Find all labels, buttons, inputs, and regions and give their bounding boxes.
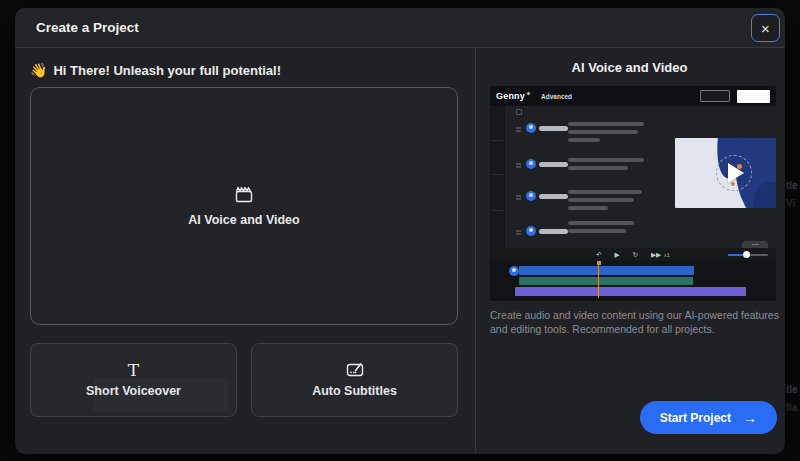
- card-label: Short Voiceover: [86, 384, 181, 398]
- close-icon: ×: [761, 20, 770, 37]
- modal-header: Create a Project ×: [15, 8, 785, 48]
- detail-heading: AI Voice and Video: [490, 60, 769, 75]
- create-project-modal: Create a Project × 👋 Hi There! Unleash y…: [15, 8, 785, 454]
- play-icon: ▶: [615, 248, 620, 261]
- logo-mark-icon: [526, 91, 530, 95]
- preview-script-area: [506, 106, 776, 248]
- loop-icon: ↻: [633, 248, 638, 261]
- video-preview-thumbnail: [675, 138, 776, 208]
- card-label: Auto Subtitles: [312, 384, 397, 398]
- speaker-avatar: [526, 226, 536, 236]
- preview-outline-button: [700, 90, 730, 102]
- project-type-panel: 👋 Hi There! Unleash your full potential!…: [15, 48, 475, 453]
- clapperboard-icon: [234, 186, 254, 203]
- preview-nav-label: Advanced: [541, 93, 572, 100]
- background-text-fragment: tle: [786, 384, 800, 395]
- greeting-text: 👋 Hi There! Unleash your full potential!: [30, 62, 458, 78]
- waving-hand-icon: 👋: [30, 62, 47, 78]
- project-detail-panel: AI Voice and Video Genny Advanced: [475, 48, 785, 453]
- fast-forward-icon: ▶▶: [651, 248, 661, 261]
- timeline-track-video: [515, 287, 746, 296]
- arrow-right-icon: →: [743, 410, 757, 426]
- modal-title: Create a Project: [36, 20, 139, 35]
- preview-sidebar: [490, 106, 506, 248]
- ai-voice-and-video-card[interactable]: AI Voice and Video: [30, 87, 458, 325]
- auto-subtitles-card[interactable]: Auto Subtitles: [251, 343, 458, 417]
- preview-solid-button: [737, 90, 770, 103]
- start-project-button[interactable]: Start Project →: [640, 401, 777, 434]
- preview-editor-area: [490, 106, 776, 248]
- preview-toolbar-icon: [516, 109, 522, 115]
- genny-logo: Genny: [496, 91, 525, 101]
- text-t-icon: T: [128, 362, 139, 378]
- zoom-slider: [728, 254, 768, 256]
- close-button[interactable]: ×: [751, 14, 780, 42]
- timeline-collapse-handle: [742, 241, 768, 248]
- short-voiceover-card[interactable]: T Short Voiceover: [30, 343, 237, 417]
- speaker-avatar: [526, 159, 536, 169]
- background-text-fragment: Vi: [786, 198, 800, 209]
- rewind-icon: ↶: [596, 248, 601, 261]
- preview-timeline: [490, 261, 776, 301]
- subtitle-edit-icon: [346, 362, 364, 378]
- start-project-label: Start Project: [660, 411, 731, 425]
- preview-topbar: Genny Advanced: [490, 86, 776, 106]
- greeting-label: Hi There! Unleash your full potential!: [53, 63, 281, 78]
- playhead: [598, 261, 599, 298]
- speaker-avatar: [509, 266, 519, 276]
- genny-editor-preview-image: Genny Advanced: [490, 86, 776, 301]
- timeline-track-voice: [519, 266, 694, 275]
- background-text-fragment: fia: [786, 402, 800, 413]
- background-text-fragment: tle: [786, 180, 800, 191]
- speaker-avatar: [526, 191, 536, 201]
- project-description: Create audio and video content using our…: [490, 308, 782, 337]
- speaker-avatar: [526, 123, 536, 133]
- play-icon: [728, 163, 744, 183]
- preview-transport-bar: ↶ ▶ ↻ ▶▶ x1: [490, 248, 776, 261]
- card-label: AI Voice and Video: [188, 213, 299, 227]
- timeline-track-audio: [519, 277, 693, 285]
- speed-label: x1: [664, 252, 670, 258]
